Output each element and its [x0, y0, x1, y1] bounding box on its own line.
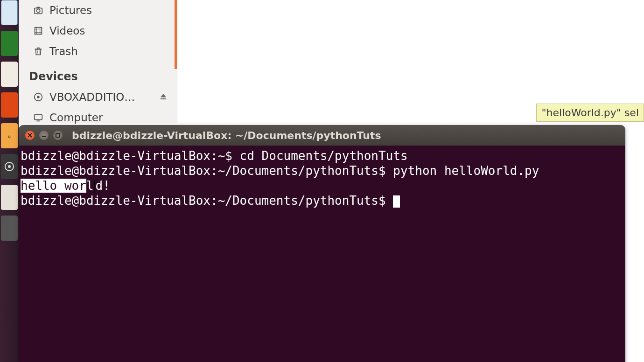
sidebar-section-devices: Devices: [29, 62, 173, 87]
gear-icon: [4, 161, 15, 172]
film-icon: [33, 25, 44, 36]
close-icon: [28, 133, 32, 138]
trash-icon: [33, 46, 44, 57]
svg-rect-15: [35, 115, 42, 120]
output-text: d!: [96, 179, 110, 193]
terminal-window: bdizzle@bdizzle-VirtualBox: ~/Documents/…: [19, 125, 625, 362]
sidebar-label: Trash: [49, 45, 78, 57]
launcher-item-disk[interactable]: [1, 216, 18, 241]
launcher-item-impress[interactable]: [1, 92, 18, 118]
sidebar-item-videos[interactable]: Videos: [33, 21, 173, 41]
maximize-icon: [56, 133, 60, 138]
svg-point-3: [36, 9, 40, 12]
launcher-item-files[interactable]: [1, 31, 18, 56]
selection-tooltip: "helloWorld.py" sel: [536, 104, 644, 122]
svg-rect-5: [35, 28, 42, 35]
launcher-item-writer[interactable]: [1, 62, 18, 87]
terminal-title: bdizzle@bdizzle-VirtualBox: ~/Documents/…: [72, 130, 381, 141]
svg-rect-16: [36, 120, 40, 121]
sidebar-item-trash[interactable]: Trash: [33, 41, 173, 62]
sidebar-label: Videos: [49, 25, 85, 37]
svg-rect-14: [161, 98, 166, 99]
svg-rect-4: [36, 7, 40, 8]
prompt: bdizzle@bdizzle-VirtualBox:~/Documents/p…: [21, 194, 393, 208]
eject-icon[interactable]: [159, 91, 168, 103]
disc-icon: [33, 91, 44, 103]
svg-point-13: [37, 96, 40, 98]
sidebar-item-pictures[interactable]: Pictures: [33, 0, 173, 21]
window-maximize-button[interactable]: [53, 131, 63, 140]
output-text: l: [86, 179, 94, 193]
terminal-titlebar[interactable]: bdizzle@bdizzle-VirtualBox: ~/Documents/…: [19, 125, 625, 146]
svg-rect-20: [56, 133, 60, 137]
svg-point-1: [8, 165, 11, 168]
minimize-icon: [42, 133, 46, 138]
computer-icon: [33, 112, 44, 123]
sidebar-item-vboxadditions[interactable]: VBOXADDITIO…: [33, 87, 173, 107]
sidebar-label: Pictures: [49, 4, 92, 16]
command-text: cd Documents/pythonTuts: [240, 149, 408, 163]
launcher-item-text-editor[interactable]: [1, 185, 18, 210]
launcher-item-document[interactable]: [1, 0, 18, 25]
terminal-cursor: [393, 195, 400, 208]
window-close-button[interactable]: [25, 131, 35, 140]
sidebar-label: VBOXADDITIO…: [49, 91, 135, 103]
command-text: python helloWorld.py: [393, 164, 539, 178]
launcher-item-settings[interactable]: [1, 154, 18, 179]
window-minimize-button[interactable]: [39, 131, 49, 140]
prompt: bdizzle@bdizzle-VirtualBox:~$: [21, 149, 240, 163]
file-manager-sidebar: Pictures Videos Trash Devices VBOXADDITI…: [19, 0, 177, 123]
camera-icon: [33, 5, 44, 16]
sidebar-label: Computer: [49, 111, 103, 124]
terminal-body[interactable]: bdizzle@bdizzle-VirtualBox:~$ cd Documen…: [19, 146, 625, 362]
selected-output: hello wor: [21, 179, 86, 193]
text-caret-icon: [94, 181, 95, 193]
prompt: bdizzle@bdizzle-VirtualBox:~/Documents/p…: [21, 164, 393, 178]
unity-launcher: a: [0, 0, 19, 362]
launcher-item-amazon[interactable]: a: [1, 123, 18, 148]
sidebar-scrollbar[interactable]: [175, 0, 177, 69]
